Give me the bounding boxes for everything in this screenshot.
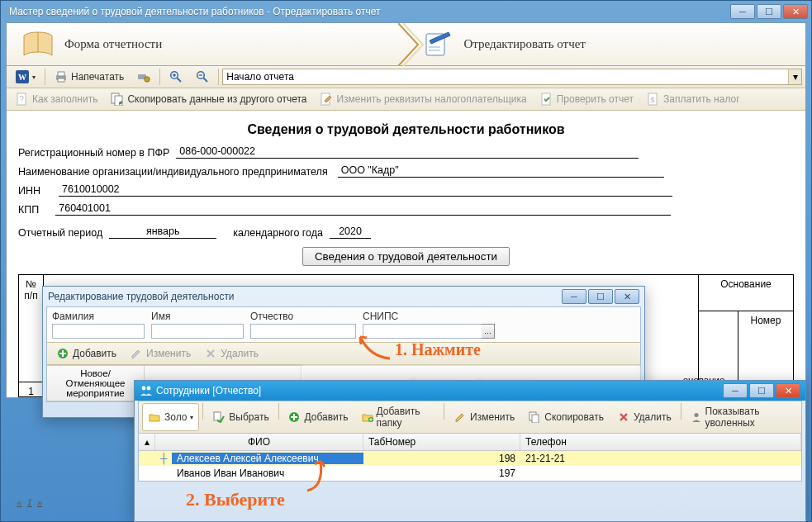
kpp-field[interactable]: 760401001 [55,202,671,216]
folder-plus-icon [362,410,373,424]
zoom-in-icon [169,70,183,83]
pencil-icon [453,410,467,424]
dlg2-edit-button[interactable]: Изменить [448,403,520,431]
dlg2-row-1-tab: 197 [363,467,520,479]
dlg2-delete-button[interactable]: Удалить [611,403,677,431]
wizard-step-form[interactable]: Форма отчетности [7,23,406,65]
dlg1-add-button[interactable]: Добавить [50,344,122,363]
row1-num: 1 [19,382,44,397]
zoom-out-icon [196,70,209,83]
callout-arrow-2 [299,454,340,496]
period-mid-label: календарного года [233,227,323,239]
dlg2-row-0-tel: 21-21-21 [520,453,801,464]
howto-button[interactable]: ? Как заполнить [10,90,103,108]
dlg2-title: Сотрудники [Отчество] [156,385,723,396]
svg-rect-4 [58,72,64,76]
zoom-in-button[interactable] [164,68,188,86]
svg-rect-21 [214,412,221,420]
period-year-field[interactable]: 2020 [330,225,371,239]
copy-document-icon [111,93,124,106]
dlg1-patronymic-label: Отчество [250,311,356,322]
dlg2-col-tel[interactable]: Телефон [520,434,801,450]
dlg1-edit-button[interactable]: Изменить [124,344,197,363]
reg-number-field[interactable]: 086-000-000022 [176,145,639,159]
dlg2-copy-button[interactable]: Скопировать [522,403,610,431]
dlg2-col-tab[interactable]: ТабНомер [363,434,520,450]
svg-rect-13 [115,96,122,106]
inn-field[interactable]: 7610010002 [59,183,672,197]
dlg2-col-fio[interactable]: ФИО [155,434,363,450]
callout-press: 1. Нажмите [395,340,481,359]
dlg2-minimize-button[interactable]: ─ [723,383,748,398]
dlg1-delete-button[interactable]: Удалить [198,344,264,363]
svg-text:$: $ [650,96,654,104]
verify-report-button[interactable]: Проверить отчет [534,90,639,108]
dlg2-row-1[interactable]: Иванов Иван Иванович 197 [139,466,801,481]
printer-gear-icon [137,70,150,83]
pager: « 1 » [17,496,43,509]
dlg2-folder-dropdown[interactable]: Золо ▾ [142,403,199,431]
pay-tax-button[interactable]: $ Заплатить налог [641,90,746,108]
dlg1-firstname-label: Имя [151,311,244,322]
document-help-icon: ? [16,93,29,106]
dlg2-col-expand[interactable]: ▴ [139,434,155,450]
dlg1-col-event: Новое/Отменяющее мероприятие [47,366,145,401]
section-dropdown[interactable]: Начало отчета ▾ [222,69,802,85]
dlg2-close-button[interactable]: ✕ [776,383,800,398]
activity-info-button[interactable]: Сведения о трудовой деятельности [302,247,510,266]
dlg2-add-button[interactable]: Добавить [282,403,354,431]
kpp-label: КПП [18,204,39,216]
dlg2-row-0[interactable]: ┼ Алексеев Алексей Алексеевич 198 21-21-… [139,451,801,466]
person-off-icon [691,410,702,424]
period-label: Отчетный период [18,227,102,239]
chevron-down-icon: ▾ [788,69,801,84]
minimize-button[interactable]: ─ [730,4,755,19]
plus-icon [56,347,69,360]
pager-next[interactable]: » [37,496,43,509]
word-icon: W [16,70,29,83]
print-button[interactable]: Напечатать [49,68,130,86]
col-nomer: Номер [738,311,793,382]
dlg1-maximize-button[interactable]: ☐ [588,289,613,304]
dlg2-select-button[interactable]: Выбрать [207,403,274,431]
select-icon [212,410,226,424]
copy-data-button[interactable]: Скопировать данные из другого отчета [105,90,312,108]
svg-point-20 [147,387,151,391]
dlg1-patronymic-input[interactable] [250,324,356,339]
document-check-icon [540,93,553,106]
dlg1-snips-picker-button[interactable]: … [482,324,495,339]
pager-page[interactable]: 1 [27,496,33,509]
dlg1-firstname-input[interactable] [151,324,244,339]
copy-icon [528,410,541,424]
svg-text:?: ? [19,95,24,104]
wizard-step-edit[interactable]: Отредактировать отчет [406,23,806,65]
callout-choose: 2. Выберите [186,489,285,510]
plus-icon [287,410,301,424]
zoom-out-button[interactable] [190,68,215,86]
document-pencil-icon [320,93,333,106]
org-name-field[interactable]: ООО "Кадр" [338,164,664,178]
period-month-field[interactable]: январь [109,225,216,239]
svg-point-19 [142,387,146,391]
word-export-button[interactable]: W ▾ [10,68,41,86]
dlg1-close-button[interactable]: ✕ [615,289,639,304]
window-title: Мастер сведений о трудовой деятельности … [4,6,730,17]
printer-icon [55,70,68,83]
dlg2-maximize-button[interactable]: ☐ [749,383,774,398]
print-settings-button[interactable] [131,68,156,86]
dlg1-minimize-button[interactable]: ─ [562,289,586,304]
svg-rect-5 [58,78,64,82]
close-button[interactable]: ✕ [783,4,808,19]
maximize-button[interactable]: ☐ [757,4,781,19]
x-icon [204,347,217,360]
inn-label: ИНН [18,185,40,197]
dlg1-lastname-input[interactable] [52,324,145,339]
dlg2-add-folder-button[interactable]: Добавить папку [356,403,441,431]
pager-prev[interactable]: « [17,496,22,509]
dlg2-show-fired-button[interactable]: Показывать уволенных [685,403,798,431]
edit-report-icon [421,30,454,59]
dlg1-lastname-label: Фамилия [52,311,145,322]
x-red-icon [617,410,630,424]
folder-icon [148,410,161,424]
edit-requisites-button[interactable]: Изменить реквизиты налогоплательщика [314,90,532,108]
